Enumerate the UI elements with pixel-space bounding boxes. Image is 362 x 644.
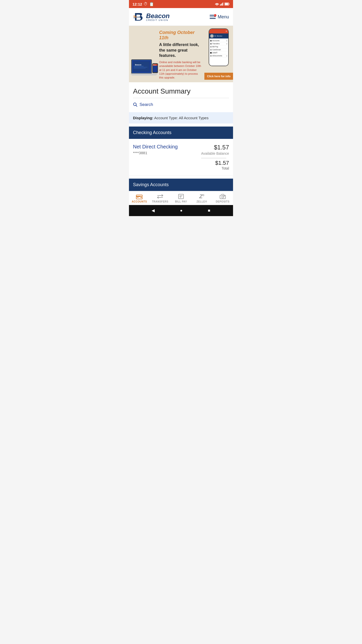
svg-point-32 (222, 196, 224, 198)
total-amount: $1.57 (201, 160, 229, 166)
total-label: Total (201, 166, 229, 170)
page-title: Account Summary (129, 82, 233, 98)
android-nav-bar: ◀ ● ■ (129, 205, 233, 216)
deposits-nav-label: DEPOSITS (216, 200, 230, 203)
displaying-label: Displaying: (133, 116, 153, 120)
banner-headline: A little different look,the same great f… (159, 42, 202, 58)
checking-account-row[interactable]: Net Direct Checking ****3881 $1.57 Avail… (129, 139, 233, 176)
zelle-nav-icon: Z® (199, 194, 204, 199)
bottom-nav: ACCOUNTS TRANSFERS $ BILL PAY Z® ZELLE® (129, 191, 233, 205)
hamburger-icon (210, 15, 216, 19)
account-left: Net Direct Checking ****3881 (133, 144, 201, 155)
filter-bar: Displaying: Account Type: All Account Ty… (129, 112, 233, 124)
main-content: Account Summary Search Displaying: Accou… (129, 82, 233, 191)
nav-item-accounts[interactable]: ACCOUNTS (129, 194, 150, 203)
svg-line-19 (136, 105, 137, 106)
status-icon-timer: ⏱ (144, 2, 148, 6)
svg-rect-5 (229, 4, 230, 5)
status-right-icons (215, 3, 230, 6)
account-name[interactable]: Net Direct Checking (133, 144, 201, 150)
beacon-subtitle: CREDIT UNION (146, 19, 170, 21)
nav-item-deposits[interactable]: DEPOSITS (212, 194, 233, 203)
billpay-nav-label: BILL PAY (175, 200, 187, 203)
status-bar: 12:12 ⏱ 📋 (129, 0, 233, 8)
svg-rect-1 (221, 4, 222, 6)
svg-rect-24 (141, 197, 142, 197)
displaying-value: Account Type: All Account Types (154, 116, 208, 120)
checking-section-header: Checking Accounts (129, 127, 233, 139)
svg-rect-22 (137, 197, 139, 198)
account-number: ****3881 (133, 151, 201, 155)
notification-dot (214, 14, 216, 17)
available-balance-amount: $1.57 (201, 144, 229, 151)
wifi-icon (215, 3, 219, 6)
zelle-nav-label: ZELLE® (197, 200, 207, 203)
svg-point-33 (224, 196, 224, 196)
accounts-nav-label: ACCOUNTS (132, 200, 147, 203)
svg-rect-3 (223, 3, 223, 6)
accounts-nav-icon (136, 194, 143, 199)
deposits-nav-icon (219, 194, 226, 199)
banner-coming-date: Coming October 11th (159, 30, 202, 41)
menu-button[interactable]: Menu (210, 14, 229, 20)
transfers-nav-label: TRANSFERS (152, 200, 168, 203)
svg-text:$: $ (180, 196, 181, 198)
nav-item-billpay[interactable]: $ BILL PAY (171, 194, 192, 203)
svg-rect-2 (222, 3, 222, 6)
search-bar[interactable]: Search (129, 98, 233, 111)
nav-item-transfers[interactable]: TRANSFERS (150, 194, 171, 203)
header: Beacon CREDIT UNION Menu (129, 8, 233, 26)
billpay-nav-icon: $ (178, 194, 184, 199)
beacon-logo-text: Beacon CREDIT UNION (146, 13, 170, 21)
back-button[interactable]: ◀ (152, 208, 155, 213)
banner-phone-mockup: ✕ M Mr. Member Accounts ∨ Transfers ∨ (204, 26, 233, 82)
recent-button[interactable]: ■ (208, 208, 210, 213)
banner-content: Coming October 11th A little different l… (129, 26, 204, 82)
signal-icon (220, 3, 223, 6)
status-icon-clipboard: 📋 (149, 2, 154, 7)
promo-banner: Beacon Beac Coming October 11th A little… (129, 26, 233, 82)
svg-rect-6 (225, 3, 228, 5)
search-label: Search (140, 102, 153, 107)
svg-rect-0 (220, 5, 221, 6)
beacon-logo-mark (133, 11, 145, 23)
balance-divider (201, 158, 226, 158)
nav-item-zelle[interactable]: Z® ZELLE® (191, 194, 212, 203)
banner-warning-text: Online and mobile banking will be unavai… (159, 60, 202, 80)
savings-section-header: Savings Accounts (129, 179, 233, 191)
search-icon (133, 102, 138, 107)
account-right: $1.57 Available Balance $1.57 Total (201, 144, 229, 170)
transfers-nav-icon (157, 194, 163, 199)
menu-label: Menu (218, 14, 229, 20)
beacon-name: Beacon (146, 13, 170, 19)
home-button[interactable]: ● (180, 208, 183, 213)
battery-icon (224, 3, 230, 6)
logo-container: Beacon CREDIT UNION (133, 11, 170, 23)
status-time: 12:12 (132, 2, 142, 6)
available-balance-label: Available Balance (201, 151, 229, 155)
